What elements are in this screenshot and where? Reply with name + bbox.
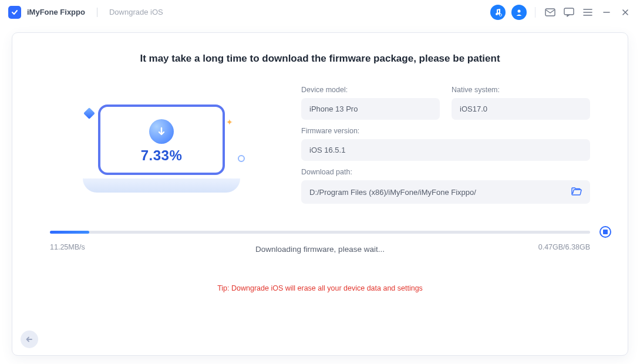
close-button[interactable] xyxy=(619,6,632,19)
folder-icon xyxy=(571,187,582,196)
app-logo xyxy=(8,6,21,19)
native-system-label: Native system: xyxy=(452,86,590,94)
download-path-value: D:/Program Files (x86)/iMyFone/iMyFone F… xyxy=(309,188,476,197)
laptop-graphic: 7.33% ✦ xyxy=(91,105,232,193)
device-model-label: Device model: xyxy=(301,86,440,94)
chat-icon xyxy=(564,8,574,17)
native-system-value: iOS17.0 xyxy=(452,98,590,120)
circle-decor xyxy=(238,155,245,162)
firmware-version-value: iOS 16.5.1 xyxy=(301,139,590,161)
titlebar-left: iMyFone Fixppo Downgrade iOS xyxy=(8,6,163,19)
fields-area: Device model: iPhone 13 Pro Native syste… xyxy=(301,86,590,211)
progress-track xyxy=(50,231,590,234)
titlebar: iMyFone Fixppo Downgrade iOS xyxy=(0,0,640,25)
download-path-label: Download path: xyxy=(301,168,590,176)
download-icon xyxy=(149,119,174,144)
illustration: 7.33% ✦ xyxy=(50,86,273,211)
titlebar-divider xyxy=(535,7,535,18)
download-path-field: Download path: D:/Program Files (x86)/iM… xyxy=(301,168,590,204)
device-model-field: Device model: iPhone 13 Pro xyxy=(301,86,440,120)
progress-status: Downloading firmware, please wait... xyxy=(50,245,590,254)
warning-tip: Tip: Downgrade iOS will erase all your d… xyxy=(50,284,590,292)
minimize-button[interactable] xyxy=(600,6,613,19)
main-card: It may take a long time to download the … xyxy=(12,32,628,356)
music-button[interactable] xyxy=(490,5,506,20)
app-logo-icon xyxy=(11,9,18,16)
svg-rect-2 xyxy=(545,9,555,16)
menu-button[interactable] xyxy=(581,6,594,19)
feedback-button[interactable] xyxy=(562,6,575,19)
mail-icon xyxy=(545,8,555,16)
menu-icon xyxy=(583,8,592,16)
progress-area: Downloading firmware, please wait... 11.… xyxy=(50,231,590,251)
content-row: 7.33% ✦ Device model: iPhone 13 Pro Nati… xyxy=(50,86,590,211)
laptop-screen: 7.33% xyxy=(98,105,225,175)
device-model-value: iPhone 13 Pro xyxy=(301,98,440,120)
user-icon xyxy=(515,8,523,16)
firmware-version-label: Firmware version: xyxy=(301,127,590,135)
native-system-field: Native system: iOS17.0 xyxy=(452,86,590,120)
download-path-box: D:/Program Files (x86)/iMyFone/iMyFone F… xyxy=(301,180,590,204)
progress-bar xyxy=(50,231,89,234)
diamond-decor xyxy=(83,107,95,119)
stop-button[interactable] xyxy=(599,226,611,238)
svg-rect-3 xyxy=(564,8,574,15)
app-name: iMyFone Fixppo xyxy=(27,8,85,16)
folder-button[interactable] xyxy=(571,187,582,197)
titlebar-separator xyxy=(97,8,97,17)
laptop-base xyxy=(83,178,240,193)
minimize-icon xyxy=(602,8,611,16)
svg-point-0 xyxy=(500,14,502,16)
firmware-version-field: Firmware version: iOS 16.5.1 xyxy=(301,127,590,161)
mail-button[interactable] xyxy=(544,6,557,19)
back-button[interactable] xyxy=(21,331,38,348)
arrow-left-icon xyxy=(25,335,33,343)
titlebar-subtitle: Downgrade iOS xyxy=(109,8,163,16)
close-icon xyxy=(621,8,629,16)
arrow-down-icon xyxy=(156,126,167,137)
account-button[interactable] xyxy=(511,5,527,20)
svg-point-1 xyxy=(518,9,521,12)
sparkle-decor: ✦ xyxy=(226,117,233,127)
music-icon xyxy=(494,8,502,16)
page-headline: It may take a long time to download the … xyxy=(50,53,590,65)
progress-percent: 7.33% xyxy=(141,147,183,164)
titlebar-right xyxy=(490,5,632,20)
